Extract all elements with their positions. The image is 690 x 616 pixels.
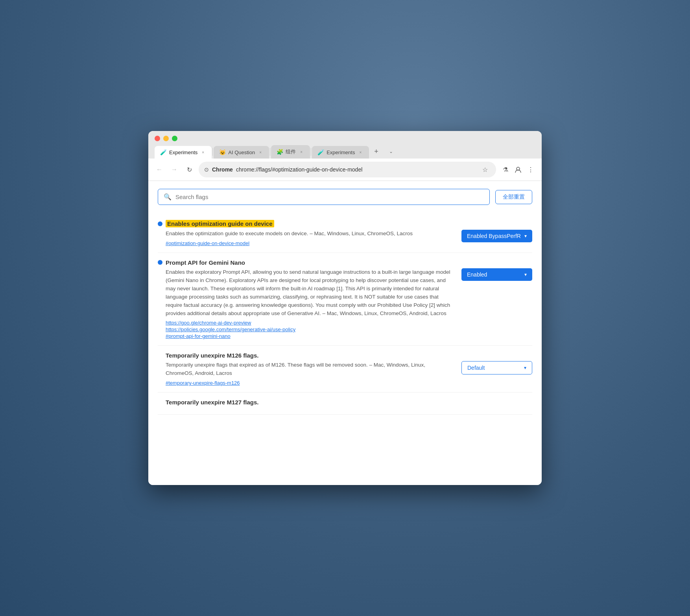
bookmark-button[interactable]: ☆ — [480, 164, 491, 175]
flag-anchor-3[interactable]: #temporary-unexpire-flags-m126 — [166, 380, 451, 386]
flag-dot-1 — [158, 221, 162, 226]
forward-button[interactable]: → — [169, 164, 180, 175]
address-url: chrome://flags/#optimization-guide-on-de… — [236, 166, 476, 173]
flag-title-row-2: Prompt API for Gemini Nano — [158, 259, 532, 266]
flag-desc-1: Enables the optimization guide to execut… — [166, 230, 451, 238]
tab-close-4[interactable]: × — [357, 149, 363, 155]
flag-body-2: Enables the exploratory Prompt API, allo… — [158, 268, 532, 339]
flag-item-m127: Temporarily unexpire M127 flags. — [158, 393, 532, 415]
flag-dropdown-3[interactable]: Default ▾ — [461, 361, 532, 374]
flag-title-row-3: Temporarily unexpire M126 flags. — [158, 352, 532, 359]
flag-links-3: #temporary-unexpire-flags-m126 — [166, 380, 451, 386]
tab-separator-2 — [270, 148, 270, 156]
flag-desc-2: Enables the exploratory Prompt API, allo… — [166, 268, 451, 318]
tab-icon-3: 🧩 — [277, 149, 283, 155]
flag-text-2: Enables the exploratory Prompt API, allo… — [158, 268, 451, 339]
tab-label-4: Experiments — [327, 149, 355, 155]
flag-body-1: Enables the optimization guide to execut… — [158, 230, 532, 246]
address-bar[interactable]: ⊙ Chrome chrome://flags/#optimization-gu… — [199, 162, 496, 177]
reload-button[interactable]: ↻ — [184, 164, 195, 175]
flag-link-2c[interactable]: #prompt-api-for-gemini-nano — [166, 333, 451, 339]
flag-title-row-1: Enables optimization guide on device — [158, 220, 532, 227]
page-content: 🔍 全部重置 Enables optimization guide on dev… — [148, 181, 542, 485]
flag-title-1: Enables optimization guide on device — [166, 220, 274, 227]
search-bar-row: 🔍 全部重置 — [158, 189, 532, 205]
flag-body-3: Temporarily unexpire flags that expired … — [158, 361, 532, 386]
close-button[interactable] — [155, 136, 160, 141]
flag-links-1: #optimization-guide-on-device-model — [166, 240, 451, 246]
experiments-button[interactable]: ⚗ — [500, 164, 511, 175]
profile-button[interactable] — [513, 164, 524, 175]
tab-experiments-2[interactable]: 🧪 Experiments × — [312, 146, 369, 159]
flag-text-1: Enables the optimization guide to execut… — [158, 230, 451, 246]
chrome-site-icon: ⊙ — [204, 166, 209, 173]
window-controls — [155, 136, 535, 141]
search-icon: 🔍 — [164, 193, 172, 201]
menu-button[interactable]: ⋮ — [525, 164, 536, 175]
flag-link-2b[interactable]: https://policies.google.com/terms/genera… — [166, 326, 451, 332]
address-actions: ☆ — [480, 164, 491, 175]
flag-title-row-4: Temporarily unexpire M127 flags. — [158, 399, 532, 406]
flag-dot-2 — [158, 260, 162, 265]
flag-control-1: Enabled BypassPerfR ▾ — [458, 230, 532, 242]
tab-label-3: 组件 — [286, 148, 296, 155]
tab-close-2[interactable]: × — [257, 149, 264, 155]
tab-icon-1: 🧪 — [160, 149, 167, 155]
reset-all-button[interactable]: 全部重置 — [495, 190, 532, 204]
flag-dropdown-arrow-2: ▾ — [524, 272, 527, 277]
flag-dropdown-label-2: Enabled — [467, 271, 487, 278]
tab-separator-1 — [212, 148, 213, 156]
flag-links-2: https://goo.gle/chrome-ai-dev-preview ht… — [166, 320, 451, 339]
tab-ai-question[interactable]: 😺 AI Question × — [214, 146, 269, 159]
nav-right-actions: ⚗ ⋮ — [500, 164, 536, 175]
tab-separator-3 — [311, 148, 311, 156]
tab-icon-2: 😺 — [219, 149, 226, 155]
tab-components[interactable]: 🧩 组件 × — [271, 145, 310, 159]
flag-dropdown-label-1: Enabled BypassPerfR — [467, 233, 521, 239]
tab-icon-4: 🧪 — [317, 149, 324, 155]
minimize-button[interactable] — [163, 136, 169, 141]
title-bar: 🧪 Experiments × 😺 AI Question × 🧩 组件 × — [148, 131, 542, 159]
flag-dropdown-label-3: Default — [467, 365, 485, 371]
flag-item-prompt-api: Prompt API for Gemini Nano Enables the e… — [158, 253, 532, 346]
flag-title-4: Temporarily unexpire M127 flags. — [166, 399, 258, 406]
tabs-row: 🧪 Experiments × 😺 AI Question × 🧩 组件 × — [155, 145, 535, 159]
flag-text-3: Temporarily unexpire flags that expired … — [158, 361, 451, 386]
maximize-button[interactable] — [172, 136, 177, 141]
flag-dropdown-arrow-3: ▾ — [524, 365, 526, 371]
browser-window: 🧪 Experiments × 😺 AI Question × 🧩 组件 × — [148, 131, 542, 485]
nav-bar: ← → ↻ ⊙ Chrome chrome://flags/#optimizat… — [148, 159, 542, 181]
flag-item-optimization-guide: Enables optimization guide on device Ena… — [158, 214, 532, 253]
flag-title-3: Temporarily unexpire M126 flags. — [166, 352, 258, 359]
flag-control-2: Enabled ▾ — [458, 268, 532, 281]
flag-item-m126: Temporarily unexpire M126 flags. Tempora… — [158, 346, 532, 393]
new-tab-button[interactable]: + — [370, 145, 382, 158]
flag-control-3: Default ▾ — [458, 361, 532, 374]
flag-dropdown-2[interactable]: Enabled ▾ — [461, 268, 532, 281]
flag-anchor-1[interactable]: #optimization-guide-on-device-model — [166, 240, 451, 246]
back-button[interactable]: ← — [154, 164, 165, 175]
flag-title-2: Prompt API for Gemini Nano — [166, 259, 245, 266]
site-name: Chrome — [212, 166, 233, 173]
tab-label-1: Experiments — [169, 149, 197, 155]
search-input-wrapper[interactable]: 🔍 — [158, 189, 490, 205]
flag-desc-3: Temporarily unexpire flags that expired … — [166, 361, 451, 378]
flag-link-2a[interactable]: https://goo.gle/chrome-ai-dev-preview — [166, 320, 451, 326]
flag-dropdown-1[interactable]: Enabled BypassPerfR ▾ — [461, 230, 532, 242]
tab-label-2: AI Question — [228, 149, 255, 155]
tab-close-3[interactable]: × — [298, 149, 304, 155]
tab-close-1[interactable]: × — [200, 149, 206, 155]
flag-dropdown-arrow-1: ▾ — [524, 233, 527, 239]
tab-experiments-1[interactable]: 🧪 Experiments × — [155, 146, 212, 159]
search-input[interactable] — [175, 194, 484, 200]
tab-list-dropdown[interactable]: ⌄ — [385, 145, 397, 158]
